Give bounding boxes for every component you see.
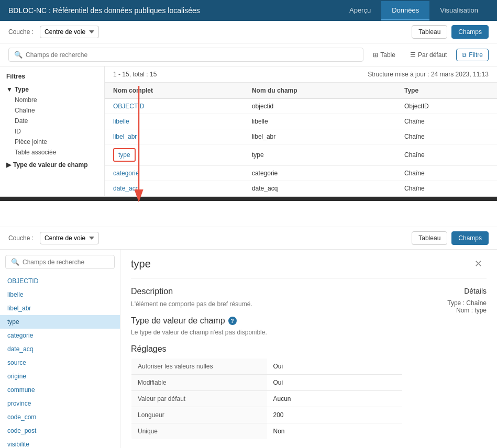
field-item-commune[interactable]: commune [0,383,120,397]
setting-unique-label: Unique [131,423,267,440]
couche-select[interactable]: Centre de voie [40,26,99,38]
detail-header: type ✕ [131,250,487,278]
filter-group-type: ▼ Type Nombre Chaîne Date ID Pièce joint… [6,84,98,158]
settings-table: Autoriser les valeurs nulles Oui Modifia… [131,358,403,440]
data-table: Nom complet Nom du champ Type OBJECTID o… [105,83,497,196]
setting-unique-value: Non [267,423,403,440]
detail-panel: type ✕ Description L'élément ne comporte… [120,250,497,448]
row-libelabr-type: Chaîne [396,129,497,144]
setting-default-label: Valeur par défaut [131,391,267,407]
row-dateacq-link[interactable]: date_acq [113,185,139,192]
col-type: Type [396,83,497,99]
row-categorie-champ: categorie [244,166,396,181]
setting-longueur-value: 200 [267,407,403,423]
filter-date[interactable]: Date [6,116,98,126]
field-item-categorie[interactable]: categorie [0,329,120,342]
default-view-btn[interactable]: ☰ Par défaut [405,49,452,61]
details-title: Détails [413,287,487,295]
search-wrap: 🔍 [8,48,363,62]
field-item-province[interactable]: province [0,397,120,410]
row-categorie-link[interactable]: categorie [113,170,139,177]
field-item-codepost[interactable]: code_post [0,424,120,438]
setting-null-value: Oui [267,359,403,375]
nav-visualisation[interactable]: Visualisation [429,1,489,20]
row-libelabr-link[interactable]: libel_abr [113,133,137,140]
field-item-codeom[interactable]: code_com [0,410,120,424]
data-structure: Structure mise à jour : 24 mars 2023, 11… [368,71,489,78]
bottom-main: 🔍 OBJECTID libelle libel_abr type catego… [0,250,497,448]
field-type-title: Type de valeur de champ [131,316,225,326]
table-row: OBJECTID objectid ObjectID [105,99,497,114]
bottom-champs-btn[interactable]: Champs [451,231,489,245]
field-type-text: Le type de valeur de champ n'est pas dis… [131,329,403,336]
filter-id[interactable]: ID [6,126,98,137]
description-text: L'élément ne comporte pas de bref résumé… [131,300,403,308]
close-btn[interactable]: ✕ [470,256,487,272]
tableau-btn[interactable]: Tableau [412,25,447,39]
field-item-objectid[interactable]: OBJECTID [0,274,120,288]
row-objectid-type: ObjectID [396,99,497,114]
settings-title: Réglages [131,344,403,354]
data-range: 1 - 15, total : 15 [113,71,157,78]
field-search-icon: 🔍 [11,258,19,266]
field-search-input[interactable] [23,259,109,266]
filter-type-header[interactable]: ▼ Type [6,84,98,95]
setting-longueur-label: Longueur [131,407,267,423]
row-objectid-champ: objectid [244,99,396,114]
app-header: BDLOC-NC : Référentiel des données publi… [0,0,497,21]
row-dateacq-type: Chaîne [396,181,497,196]
field-item-libelle[interactable]: libelle [0,288,120,301]
detail-title: type [131,258,151,270]
field-item-dateacq[interactable]: date_acq [0,342,120,356]
settings-row: Longueur 200 [131,407,403,423]
search-icon: 🔍 [14,51,23,59]
field-type-section: Type de valeur de champ ? Le type de val… [131,316,403,336]
field-item-type[interactable]: type [0,315,120,329]
chevron-down-icon: ▼ [6,86,13,93]
row-objectid-link[interactable]: OBJECTID [113,103,144,110]
field-item-origine[interactable]: origine [0,369,120,383]
data-info: 1 - 15, total : 15 Structure mise à jour… [105,66,497,83]
setting-modifiable-label: Modifiable [131,375,267,391]
row-type-champ: type [244,144,396,166]
top-main-content: Filtres ▼ Type Nombre Chaîne Date ID Piè… [0,66,497,196]
help-icon[interactable]: ? [228,317,237,325]
filter-value-type-header[interactable]: ▶ Type de valeur de champ [6,160,98,170]
settings-row: Modifiable Oui [131,375,403,391]
filter-piece-jointe[interactable]: Pièce jointe [6,137,98,147]
bottom-section: Couche : Centre de voie Tableau Champs 🔍… [0,227,497,448]
nav-donnees[interactable]: Données [381,1,429,20]
field-item-libelabr[interactable]: libel_abr [0,301,120,315]
champs-btn[interactable]: Champs [451,25,489,39]
row-categorie-type: Chaîne [396,166,497,181]
top-toolbar: Couche : Centre de voie Tableau Champs [0,21,497,43]
filter-table-associee[interactable]: Table associée [6,147,98,158]
list-icon: ☰ [410,51,416,59]
bottom-toolbar: Couche : Centre de voie Tableau Champs [0,227,497,250]
search-input[interactable] [26,51,358,59]
field-item-visibilite[interactable]: visibilite [0,438,120,448]
description-section: Description L'élément ne comporte pas de… [131,287,403,308]
field-list-panel: 🔍 OBJECTID libelle libel_abr type catego… [0,250,120,448]
filter-chaine[interactable]: Chaîne [6,105,98,116]
bottom-couche-select[interactable]: Centre de voie [40,232,99,244]
nav-apercu[interactable]: Aperçu [339,1,381,20]
setting-modifiable-value: Oui [267,375,403,391]
filter-btn[interactable]: ⧉ Filtre [456,49,489,61]
table-row: date_acq date_acq Chaîne [105,181,497,196]
table-row: libel_abr libel_abr Chaîne [105,129,497,144]
row-libelle-link[interactable]: libelle [113,118,129,125]
field-search-wrap: 🔍 [5,255,115,269]
detail-type-info: Type : Chaîne [413,299,487,307]
table-row: libelle libelle Chaîne [105,114,497,129]
data-table-wrap: 1 - 15, total : 15 Structure mise à jour… [105,66,497,196]
table-view-btn[interactable]: ⊞ Table [368,49,401,61]
description-title: Description [131,287,403,296]
filter-nombre[interactable]: Nombre [6,95,98,105]
row-type-highlighted[interactable]: type [113,148,136,162]
col-nom-champ: Nom du champ [244,83,396,99]
bottom-tableau-btn[interactable]: Tableau [412,231,447,245]
field-item-source[interactable]: source [0,356,120,369]
row-libelabr-champ: libel_abr [244,129,396,144]
arrow-area [0,201,497,227]
